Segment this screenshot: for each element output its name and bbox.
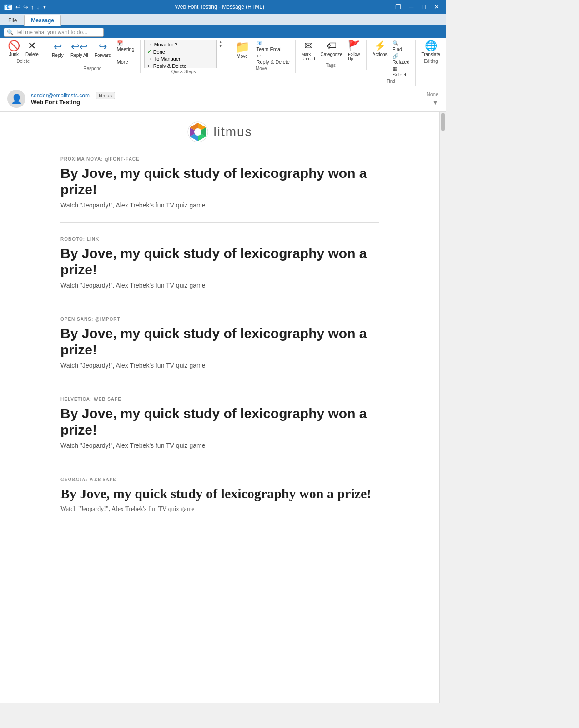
title-bar-left: 📧 ↩ ↪ ↑ ↓ ▼ xyxy=(4,3,47,11)
font-subtext-helvetica: Watch "Jeopardy!", Alex Trebek's fun TV … xyxy=(60,442,379,449)
title-bar: 📧 ↩ ↪ ↑ ↓ ▼ Web Font Testing - Message (… xyxy=(0,0,446,14)
font-section-helvetica: HELVETICA: WEB SAFE By Jove, my quick st… xyxy=(60,397,379,449)
font-heading-roboto: By Jove, my quick study of lexicography … xyxy=(60,245,379,278)
email-meta: sender@emailtests.com litmus Web Font Te… xyxy=(31,92,115,106)
font-label-proxima: PROXIMA NOVA: @FONT-FACE xyxy=(60,157,379,162)
delete-icon: ✕ xyxy=(28,41,36,51)
find-small-btns: 🔍 Find 🔗 Related ▦ Select xyxy=(391,40,412,78)
litmus-logo: litmus xyxy=(60,121,379,143)
reply-delete-move-label: Reply & Delete xyxy=(257,59,290,65)
translate-icon: 🌐 xyxy=(425,41,437,51)
search-input[interactable]: 🔍 Tell me what you want to do... xyxy=(4,28,104,37)
related-button[interactable]: 🔗 Related xyxy=(391,53,412,65)
scrollbar[interactable] xyxy=(439,112,446,703)
translate-label: Translate xyxy=(422,52,440,57)
quick-steps-list: → Move to: ? ✓ Done → To Manager ↩ Reply… xyxy=(144,40,217,68)
meeting-button[interactable]: 📅 Meeting xyxy=(115,40,136,52)
categorize-label: Categorize xyxy=(320,52,342,57)
tab-message[interactable]: Message xyxy=(24,15,61,26)
quick-step-move[interactable]: → Move to: ? xyxy=(146,41,216,48)
qat-expand-icon[interactable]: ▼ xyxy=(42,5,47,10)
select-icon: ▦ xyxy=(393,66,397,72)
follow-up-button[interactable]: 🚩 FollowUp xyxy=(346,40,363,62)
scroll-up-icon[interactable]: ▲ xyxy=(219,40,222,44)
quick-step-done[interactable]: ✓ Done xyxy=(146,48,216,55)
team-email-button[interactable]: 📧 Team Email xyxy=(255,40,292,52)
translate-button[interactable]: 🌐 Translate xyxy=(419,40,443,58)
email-header: 👤 sender@emailtests.com litmus Web Font … xyxy=(0,86,446,112)
scroll-down-icon[interactable]: ▼ xyxy=(219,44,222,48)
maximize-button[interactable]: □ xyxy=(419,2,428,11)
quick-steps-scroll[interactable]: ▲ ▼ xyxy=(218,40,223,48)
email-header-left: 👤 sender@emailtests.com litmus Web Font … xyxy=(7,90,115,108)
move-button[interactable]: 📁 Move xyxy=(231,40,254,60)
down-icon[interactable]: ↓ xyxy=(37,4,40,10)
tags-btns: ✉ MarkUnread 🏷 Categorize 🚩 FollowUp xyxy=(299,40,363,62)
reply-button[interactable]: ↩ Reply xyxy=(49,40,67,59)
group-quick-steps: → Move to: ? ✓ Done → To Manager ↩ Reply… xyxy=(141,40,227,76)
undo-icon[interactable]: ↩ xyxy=(15,4,20,10)
categorize-icon: 🏷 xyxy=(327,41,337,51)
reply-all-label: Reply All xyxy=(70,53,88,58)
ribbon-groups: 🚫 Junk ✕ Delete Delete ↩ Reply ↩↩ Reply xyxy=(0,40,446,86)
email-content: litmus PROXIMA NOVA: @FONT-FACE By Jove,… xyxy=(60,121,379,513)
forward-button[interactable]: ↪ Forward xyxy=(92,40,114,59)
content-area: litmus PROXIMA NOVA: @FONT-FACE By Jove,… xyxy=(0,112,446,703)
search-placeholder: Tell me what you want to do... xyxy=(15,29,87,35)
follow-up-label: FollowUp xyxy=(348,52,360,61)
header-chevron-down[interactable]: ▼ xyxy=(432,99,438,106)
more-label: More xyxy=(117,59,128,65)
up-icon[interactable]: ↑ xyxy=(31,4,34,10)
select-button[interactable]: ▦ Select xyxy=(391,66,412,78)
scrollbar-thumb[interactable] xyxy=(441,113,445,131)
meeting-icon: 📅 xyxy=(117,40,123,46)
delete-button[interactable]: ✕ Delete xyxy=(23,40,41,58)
reply-label: Reply xyxy=(52,53,64,58)
meeting-label: Meeting xyxy=(117,46,135,52)
forward-icon: ↪ xyxy=(99,41,107,53)
email-tag: litmus xyxy=(96,92,115,99)
email-sender: sender@emailtests.com litmus xyxy=(31,92,115,99)
actions-button[interactable]: ⚡ Actions xyxy=(370,40,390,58)
email-subject: Web Font Testing xyxy=(31,99,115,106)
group-editing: 🌐 Translate Editing xyxy=(416,40,446,66)
quick-step-reply-delete[interactable]: ↩ Reply & Delete xyxy=(146,62,216,68)
reply-icon: ↩ xyxy=(54,41,62,53)
junk-button[interactable]: 🚫 Junk xyxy=(5,40,22,58)
group-tags: ✉ MarkUnread 🏷 Categorize 🚩 FollowUp Tag… xyxy=(296,40,367,70)
avatar: 👤 xyxy=(7,90,25,108)
reply-all-button[interactable]: ↩↩ Reply All xyxy=(68,40,91,59)
ribbon: 🚫 Junk ✕ Delete Delete ↩ Reply ↩↩ Reply xyxy=(0,38,446,86)
find-button[interactable]: 🔍 Find xyxy=(391,40,412,52)
move-small-btns: 📧 Team Email ↩ Reply & Delete xyxy=(255,40,292,65)
divider-3 xyxy=(60,383,379,383)
font-section-proxima: PROXIMA NOVA: @FONT-FACE By Jove, my qui… xyxy=(60,157,379,209)
close-button[interactable]: ✕ xyxy=(431,2,442,11)
related-label: Related xyxy=(393,59,410,65)
select-label: Select xyxy=(393,72,407,77)
categorize-button[interactable]: 🏷 Categorize xyxy=(318,40,344,58)
sender-link[interactable]: sender@emailtests.com xyxy=(31,92,90,99)
window-title: Web Font Testing - Message (HTML) xyxy=(47,4,393,10)
quick-step-manager[interactable]: → To Manager xyxy=(146,56,216,62)
editing-btns: 🌐 Translate xyxy=(419,40,443,58)
tab-bar: File Message xyxy=(0,14,446,26)
reply-delete-label: Reply & Delete xyxy=(153,63,186,69)
actions-label: Actions xyxy=(373,52,388,57)
manager-label: To Manager xyxy=(154,56,181,61)
team-email-icon: 📧 xyxy=(257,40,263,46)
minimize-button[interactable]: ─ xyxy=(407,2,417,11)
litmus-logo-text: litmus xyxy=(213,125,252,139)
delete-label: Delete xyxy=(25,52,39,57)
divider-2 xyxy=(60,303,379,303)
find-icon: 🔍 xyxy=(393,40,399,46)
redo-icon[interactable]: ↪ xyxy=(23,4,28,10)
restore-button[interactable]: ❐ xyxy=(393,2,404,11)
font-heading-helvetica: By Jove, my quick study of lexicography … xyxy=(60,405,379,438)
reply-delete-button[interactable]: ↩ Reply & Delete xyxy=(255,53,292,65)
more-button[interactable]: ⋯ More xyxy=(115,53,136,65)
move-group-label: Move xyxy=(256,66,267,71)
tab-file[interactable]: File xyxy=(2,15,23,25)
mark-unread-button[interactable]: ✉ MarkUnread xyxy=(299,40,317,62)
delete-group-label: Delete xyxy=(17,59,30,64)
